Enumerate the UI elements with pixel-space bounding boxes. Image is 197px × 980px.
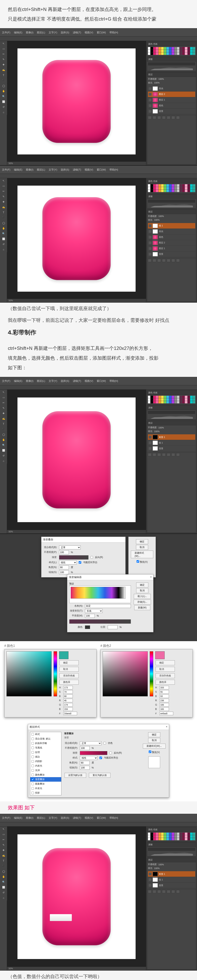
swatch[interactable] bbox=[153, 838, 155, 840]
menu-item[interactable]: 编辑(E) bbox=[14, 168, 22, 172]
menu-item[interactable]: 文字(Y) bbox=[49, 379, 57, 383]
swatch[interactable] bbox=[172, 47, 174, 49]
tool-button[interactable]: ⬜ bbox=[0, 99, 7, 104]
tool-button[interactable]: ⌂ bbox=[0, 110, 7, 115]
style-checkbox[interactable] bbox=[31, 742, 34, 745]
swatch[interactable] bbox=[172, 833, 174, 835]
swatch[interactable] bbox=[169, 50, 171, 52]
swatch[interactable] bbox=[187, 398, 190, 401]
opacity-input[interactable] bbox=[59, 550, 69, 554]
swatch[interactable] bbox=[148, 187, 150, 189]
tool-button[interactable]: ✚ bbox=[0, 848, 7, 853]
tool-button[interactable]: ⬛ bbox=[0, 427, 7, 432]
sv-field[interactable] bbox=[103, 651, 148, 697]
swatch[interactable] bbox=[161, 835, 163, 837]
visibility-icon[interactable] bbox=[149, 441, 152, 444]
menu-item[interactable]: 窗口(W) bbox=[97, 31, 106, 34]
swatch[interactable] bbox=[179, 835, 182, 837]
tool-button[interactable]: ✚ bbox=[0, 62, 7, 67]
swatch[interactable] bbox=[153, 52, 155, 55]
swatch[interactable] bbox=[187, 189, 190, 192]
cancel-button[interactable]: 取消 bbox=[59, 667, 78, 672]
swatch[interactable] bbox=[177, 398, 179, 401]
swatch[interactable] bbox=[187, 50, 190, 52]
swatch[interactable] bbox=[185, 52, 187, 55]
style-list-item[interactable]: 内阴影 bbox=[30, 759, 61, 764]
panel-button[interactable] bbox=[153, 453, 156, 456]
tool-button[interactable]: ✂ bbox=[0, 400, 7, 405]
tool-button[interactable]: ▭ bbox=[0, 46, 7, 51]
smooth-input[interactable] bbox=[85, 614, 95, 618]
panel-button[interactable] bbox=[171, 453, 175, 456]
tool-button[interactable]: T bbox=[0, 858, 7, 863]
swatch[interactable] bbox=[169, 835, 171, 837]
pos-input[interactable] bbox=[108, 625, 117, 629]
swatch[interactable] bbox=[175, 189, 177, 192]
close-icon[interactable]: × bbox=[166, 725, 167, 729]
style-checkbox[interactable] bbox=[31, 765, 34, 767]
swatch[interactable] bbox=[182, 401, 185, 403]
tool-button[interactable]: ↺ bbox=[0, 890, 7, 895]
load-button[interactable]: 载入(L)... bbox=[134, 594, 151, 599]
swatch[interactable] bbox=[167, 835, 169, 837]
layer-row[interactable]: 背景 bbox=[148, 446, 195, 452]
style-checkbox[interactable] bbox=[31, 751, 34, 754]
swatch[interactable] bbox=[159, 838, 161, 840]
style-list-item[interactable]: 颜色叠加 bbox=[30, 773, 61, 777]
swatch[interactable] bbox=[193, 189, 195, 192]
swatch[interactable] bbox=[156, 398, 158, 401]
layer-row[interactable]: 图层 1 bbox=[148, 246, 195, 251]
swatch[interactable] bbox=[193, 184, 195, 186]
swatch[interactable] bbox=[156, 833, 158, 835]
tool-button[interactable]: ✍ bbox=[0, 416, 7, 421]
swatch[interactable] bbox=[156, 50, 158, 52]
swatch[interactable] bbox=[159, 189, 161, 192]
swatch[interactable] bbox=[193, 835, 195, 837]
visibility-icon[interactable] bbox=[149, 253, 152, 256]
swatch[interactable] bbox=[153, 396, 155, 398]
swatch[interactable] bbox=[151, 184, 153, 186]
swatch[interactable] bbox=[177, 396, 179, 398]
gradient-preview[interactable] bbox=[59, 555, 88, 560]
style-list-item[interactable]: 图案叠加 bbox=[30, 782, 61, 786]
tool-button[interactable]: ✋ bbox=[0, 226, 7, 231]
preset-gradients[interactable] bbox=[70, 587, 126, 598]
style-checkbox[interactable] bbox=[31, 760, 34, 763]
swatch[interactable] bbox=[187, 833, 190, 835]
swatch[interactable] bbox=[193, 47, 195, 49]
swatch[interactable] bbox=[175, 396, 177, 398]
layer-row[interactable]: 矩形 1 bbox=[148, 871, 195, 877]
swatch[interactable] bbox=[179, 401, 182, 403]
swatch[interactable] bbox=[185, 189, 187, 192]
swatch[interactable] bbox=[179, 398, 182, 401]
swatch[interactable] bbox=[153, 398, 155, 401]
panel-button[interactable] bbox=[176, 890, 180, 893]
visibility-icon[interactable] bbox=[149, 878, 152, 881]
tool-button[interactable]: ✂ bbox=[0, 837, 7, 842]
tool-button[interactable]: ⬜ bbox=[0, 448, 7, 453]
menu-item[interactable]: 帮助(H) bbox=[109, 379, 118, 383]
swatch[interactable] bbox=[167, 833, 169, 835]
swatch[interactable] bbox=[190, 833, 192, 835]
swatch[interactable] bbox=[187, 835, 190, 837]
swatch[interactable] bbox=[164, 835, 166, 837]
swatch[interactable] bbox=[177, 50, 179, 52]
panel-button[interactable] bbox=[162, 890, 166, 893]
swatch[interactable] bbox=[193, 401, 195, 403]
tool-button[interactable]: ✋ bbox=[0, 874, 7, 879]
swatch[interactable] bbox=[179, 189, 182, 192]
tool-button[interactable]: ✂ bbox=[0, 51, 7, 57]
swatch[interactable] bbox=[169, 398, 171, 401]
style-select[interactable]: 线性 bbox=[59, 560, 77, 565]
swatch[interactable] bbox=[172, 184, 174, 186]
tool-button[interactable]: ▭ bbox=[0, 183, 7, 189]
swatch[interactable] bbox=[175, 47, 177, 49]
tool-button[interactable]: ⬜ bbox=[0, 885, 7, 890]
layer-row[interactable]: 组 1 bbox=[148, 440, 195, 446]
swatch[interactable] bbox=[175, 187, 177, 189]
tool-button[interactable]: ▭ bbox=[0, 832, 7, 837]
tool-button[interactable]: ⬛ bbox=[0, 864, 7, 869]
swatch[interactable] bbox=[148, 52, 150, 55]
swatch[interactable] bbox=[193, 50, 195, 52]
close-icon[interactable]: × bbox=[150, 576, 152, 579]
